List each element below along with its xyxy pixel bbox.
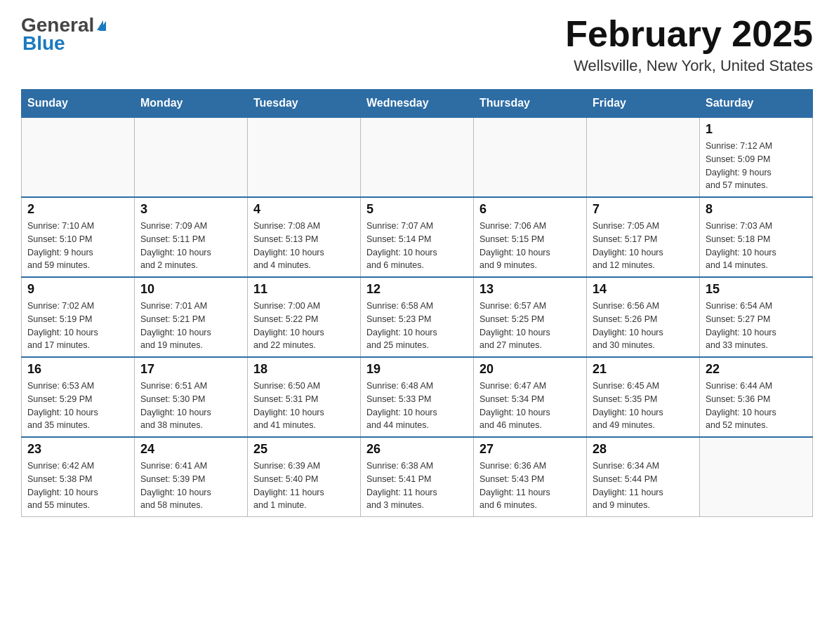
header-wednesday: Wednesday xyxy=(361,90,474,118)
day-number: 25 xyxy=(253,442,355,457)
day-number: 6 xyxy=(479,202,581,217)
day-info: Sunrise: 7:06 AMSunset: 5:15 PMDaylight:… xyxy=(479,220,581,272)
day-number: 12 xyxy=(366,282,468,297)
day-info: Sunrise: 7:03 AMSunset: 5:18 PMDaylight:… xyxy=(706,220,807,272)
day-info: Sunrise: 7:01 AMSunset: 5:21 PMDaylight:… xyxy=(140,300,241,352)
calendar-title: February 2025 xyxy=(565,14,813,54)
day-number: 17 xyxy=(140,362,241,377)
day-info: Sunrise: 7:02 AMSunset: 5:19 PMDaylight:… xyxy=(27,300,128,352)
day-number: 20 xyxy=(479,362,581,377)
calendar-cell: 7Sunrise: 7:05 AMSunset: 5:17 PMDaylight… xyxy=(587,197,700,277)
day-number: 7 xyxy=(593,202,694,217)
calendar-cell: 20Sunrise: 6:47 AMSunset: 5:34 PMDayligh… xyxy=(474,357,587,437)
day-number: 11 xyxy=(253,282,355,297)
day-info: Sunrise: 6:58 AMSunset: 5:23 PMDaylight:… xyxy=(366,300,468,352)
calendar-cell xyxy=(587,117,700,197)
day-info: Sunrise: 7:05 AMSunset: 5:17 PMDaylight:… xyxy=(593,220,694,272)
header-sunday: Sunday xyxy=(22,90,135,118)
logo-blue-text: Blue xyxy=(22,32,65,55)
calendar-cell xyxy=(248,117,361,197)
day-info: Sunrise: 6:57 AMSunset: 5:25 PMDaylight:… xyxy=(479,300,581,352)
calendar-cell xyxy=(135,117,248,197)
day-info: Sunrise: 7:08 AMSunset: 5:13 PMDaylight:… xyxy=(253,220,355,272)
calendar-cell: 16Sunrise: 6:53 AMSunset: 5:29 PMDayligh… xyxy=(22,357,135,437)
calendar-cell xyxy=(474,117,587,197)
header-thursday: Thursday xyxy=(474,90,587,118)
calendar-cell: 19Sunrise: 6:48 AMSunset: 5:33 PMDayligh… xyxy=(361,357,474,437)
week-row-1: 2Sunrise: 7:10 AMSunset: 5:10 PMDaylight… xyxy=(22,197,813,277)
day-info: Sunrise: 7:12 AMSunset: 5:09 PMDaylight:… xyxy=(706,140,807,192)
day-info: Sunrise: 6:38 AMSunset: 5:41 PMDaylight:… xyxy=(366,459,468,512)
calendar-cell: 3Sunrise: 7:09 AMSunset: 5:11 PMDaylight… xyxy=(135,197,248,277)
calendar-cell xyxy=(700,437,813,517)
day-info: Sunrise: 6:51 AMSunset: 5:30 PMDaylight:… xyxy=(140,380,241,432)
day-number: 27 xyxy=(479,442,581,457)
calendar-cell: 18Sunrise: 6:50 AMSunset: 5:31 PMDayligh… xyxy=(248,357,361,437)
week-row-3: 16Sunrise: 6:53 AMSunset: 5:29 PMDayligh… xyxy=(22,357,813,437)
day-info: Sunrise: 7:00 AMSunset: 5:22 PMDaylight:… xyxy=(253,300,355,352)
calendar-cell: 21Sunrise: 6:45 AMSunset: 5:35 PMDayligh… xyxy=(587,357,700,437)
calendar-cell: 2Sunrise: 7:10 AMSunset: 5:10 PMDaylight… xyxy=(22,197,135,277)
header-tuesday: Tuesday xyxy=(248,90,361,118)
day-info: Sunrise: 6:41 AMSunset: 5:39 PMDaylight:… xyxy=(140,459,241,512)
day-number: 10 xyxy=(140,282,241,297)
day-info: Sunrise: 6:48 AMSunset: 5:33 PMDaylight:… xyxy=(366,380,468,432)
day-number: 5 xyxy=(366,202,468,217)
day-info: Sunrise: 6:45 AMSunset: 5:35 PMDaylight:… xyxy=(593,380,694,432)
day-number: 18 xyxy=(253,362,355,377)
logo: General Blue xyxy=(21,14,106,55)
day-number: 19 xyxy=(366,362,468,377)
day-number: 22 xyxy=(706,362,807,377)
calendar-cell: 14Sunrise: 6:56 AMSunset: 5:26 PMDayligh… xyxy=(587,277,700,357)
calendar-cell: 24Sunrise: 6:41 AMSunset: 5:39 PMDayligh… xyxy=(135,437,248,517)
day-info: Sunrise: 7:09 AMSunset: 5:11 PMDaylight:… xyxy=(140,220,241,272)
day-number: 16 xyxy=(27,362,128,377)
day-info: Sunrise: 6:44 AMSunset: 5:36 PMDaylight:… xyxy=(706,380,807,432)
day-number: 26 xyxy=(366,442,468,457)
day-number: 15 xyxy=(706,282,807,297)
week-row-4: 23Sunrise: 6:42 AMSunset: 5:38 PMDayligh… xyxy=(22,437,813,517)
day-info: Sunrise: 6:50 AMSunset: 5:31 PMDaylight:… xyxy=(253,380,355,432)
calendar-cell: 22Sunrise: 6:44 AMSunset: 5:36 PMDayligh… xyxy=(700,357,813,437)
calendar-cell: 10Sunrise: 7:01 AMSunset: 5:21 PMDayligh… xyxy=(135,277,248,357)
calendar-cell: 23Sunrise: 6:42 AMSunset: 5:38 PMDayligh… xyxy=(22,437,135,517)
calendar-cell: 8Sunrise: 7:03 AMSunset: 5:18 PMDaylight… xyxy=(700,197,813,277)
day-info: Sunrise: 6:53 AMSunset: 5:29 PMDaylight:… xyxy=(27,380,128,432)
day-info: Sunrise: 6:47 AMSunset: 5:34 PMDaylight:… xyxy=(479,380,581,432)
day-info: Sunrise: 6:42 AMSunset: 5:38 PMDaylight:… xyxy=(27,459,128,512)
day-number: 23 xyxy=(27,442,128,457)
page-header: General Blue February 2025 Wellsville, N… xyxy=(21,14,813,75)
calendar-cell: 27Sunrise: 6:36 AMSunset: 5:43 PMDayligh… xyxy=(474,437,587,517)
day-number: 28 xyxy=(593,442,694,457)
week-row-0: 1Sunrise: 7:12 AMSunset: 5:09 PMDaylight… xyxy=(22,117,813,197)
day-info: Sunrise: 6:34 AMSunset: 5:44 PMDaylight:… xyxy=(593,459,694,512)
week-row-2: 9Sunrise: 7:02 AMSunset: 5:19 PMDaylight… xyxy=(22,277,813,357)
calendar-cell xyxy=(361,117,474,197)
calendar-cell: 13Sunrise: 6:57 AMSunset: 5:25 PMDayligh… xyxy=(474,277,587,357)
calendar-cell: 25Sunrise: 6:39 AMSunset: 5:40 PMDayligh… xyxy=(248,437,361,517)
calendar-cell: 15Sunrise: 6:54 AMSunset: 5:27 PMDayligh… xyxy=(700,277,813,357)
header-monday: Monday xyxy=(135,90,248,118)
day-number: 14 xyxy=(593,282,694,297)
calendar-cell: 4Sunrise: 7:08 AMSunset: 5:13 PMDaylight… xyxy=(248,197,361,277)
day-number: 4 xyxy=(253,202,355,217)
calendar-cell: 11Sunrise: 7:00 AMSunset: 5:22 PMDayligh… xyxy=(248,277,361,357)
calendar-cell: 1Sunrise: 7:12 AMSunset: 5:09 PMDaylight… xyxy=(700,117,813,197)
day-info: Sunrise: 6:36 AMSunset: 5:43 PMDaylight:… xyxy=(479,459,581,512)
day-number: 3 xyxy=(140,202,241,217)
calendar-subtitle: Wellsville, New York, United States xyxy=(565,57,813,75)
day-number: 2 xyxy=(27,202,128,217)
calendar-table: Sunday Monday Tuesday Wednesday Thursday… xyxy=(21,89,813,517)
day-info: Sunrise: 6:54 AMSunset: 5:27 PMDaylight:… xyxy=(706,300,807,352)
calendar-cell: 28Sunrise: 6:34 AMSunset: 5:44 PMDayligh… xyxy=(587,437,700,517)
calendar-cell: 5Sunrise: 7:07 AMSunset: 5:14 PMDaylight… xyxy=(361,197,474,277)
day-number: 8 xyxy=(706,202,807,217)
day-number: 1 xyxy=(706,122,807,137)
title-block: February 2025 Wellsville, New York, Unit… xyxy=(565,14,813,75)
day-number: 21 xyxy=(593,362,694,377)
calendar-cell: 12Sunrise: 6:58 AMSunset: 5:23 PMDayligh… xyxy=(361,277,474,357)
day-info: Sunrise: 7:07 AMSunset: 5:14 PMDaylight:… xyxy=(366,220,468,272)
day-number: 24 xyxy=(140,442,241,457)
header-saturday: Saturday xyxy=(700,90,813,118)
calendar-cell: 17Sunrise: 6:51 AMSunset: 5:30 PMDayligh… xyxy=(135,357,248,437)
